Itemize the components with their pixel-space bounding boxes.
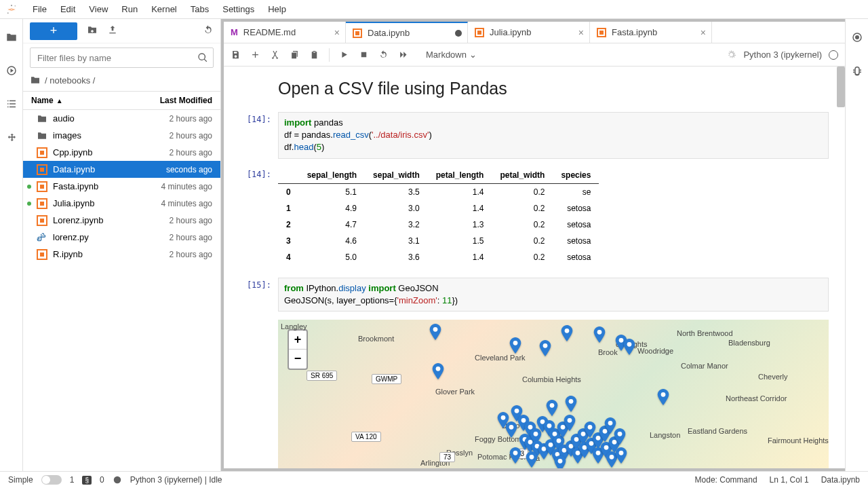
new-folder-icon[interactable] bbox=[87, 24, 98, 37]
map-marker-icon[interactable] bbox=[563, 396, 579, 412]
svg-point-49 bbox=[513, 451, 518, 455]
svg-point-33 bbox=[588, 425, 593, 430]
map-marker-icon[interactable] bbox=[507, 337, 524, 354]
extensions-icon[interactable] bbox=[5, 131, 18, 145]
input-prompt: [15]: bbox=[240, 278, 278, 312]
map-marker-icon[interactable] bbox=[507, 447, 524, 464]
tab-Julia-ipynb[interactable]: Julia.ipynb× bbox=[468, 22, 590, 43]
tab-Fasta-ipynb[interactable]: Fasta.ipynb× bbox=[590, 22, 712, 43]
breadcrumb[interactable]: / notebooks / bbox=[23, 72, 220, 91]
map-road-label: SR 695 bbox=[307, 371, 337, 381]
file-row[interactable]: lorenz.py2 hours ago bbox=[23, 229, 220, 246]
status-bar: Simple 1 § 0 Python 3 (ipykernel) | Idle… bbox=[0, 471, 868, 488]
map-place-label: Eastland Gardens bbox=[688, 427, 747, 435]
menu-settings[interactable]: Settings bbox=[216, 1, 261, 17]
close-icon[interactable]: × bbox=[334, 27, 340, 38]
map-marker-icon[interactable] bbox=[559, 325, 575, 341]
file-row[interactable]: Fasta.ipynb4 minutes ago bbox=[23, 178, 220, 195]
new-launcher-button[interactable]: + bbox=[30, 22, 77, 40]
property-inspector-icon[interactable] bbox=[851, 31, 863, 45]
simple-mode-label: Simple bbox=[8, 475, 33, 485]
refresh-icon[interactable] bbox=[203, 24, 214, 37]
svg-point-25 bbox=[557, 438, 561, 443]
menu-file[interactable]: File bbox=[26, 1, 54, 17]
svg-point-3 bbox=[433, 327, 438, 332]
stop-icon[interactable] bbox=[359, 50, 369, 60]
map-place-label: Brookmont bbox=[358, 335, 394, 343]
map-marker-icon[interactable] bbox=[544, 400, 560, 416]
file-row[interactable]: audio2 hours ago bbox=[23, 110, 220, 127]
code-cell[interactable]: import pandasdf = pandas.read_csv('../da… bbox=[278, 112, 829, 159]
tab-Data-ipynb[interactable]: Data.ipynb bbox=[346, 22, 468, 43]
file-row[interactable]: images2 hours ago bbox=[23, 127, 220, 144]
file-row[interactable]: R.ipynb2 hours ago bbox=[23, 246, 220, 263]
cursor-position: Ln 1, Col 1 bbox=[770, 475, 809, 485]
menu-help[interactable]: Help bbox=[261, 1, 293, 17]
jupyter-logo-icon[interactable] bbox=[3, 1, 20, 18]
running-icon[interactable] bbox=[5, 64, 18, 79]
folder-icon[interactable] bbox=[5, 31, 18, 45]
zoom-out-button[interactable]: − bbox=[289, 350, 307, 369]
map-place-label: Northeast Corridor bbox=[726, 394, 787, 402]
restart-icon[interactable] bbox=[378, 50, 389, 60]
kernel-status-icon[interactable] bbox=[829, 50, 838, 60]
kernel-status[interactable]: Python 3 (ipykernel) | Idle bbox=[130, 475, 222, 485]
dirty-indicator-icon bbox=[455, 30, 462, 37]
gear-icon[interactable] bbox=[726, 50, 736, 60]
close-icon[interactable]: × bbox=[578, 27, 584, 38]
kernel-name[interactable]: Python 3 (ipykernel) bbox=[743, 50, 822, 60]
kernels-count[interactable]: 0 bbox=[100, 475, 104, 485]
file-row[interactable]: Cpp.ipynb2 hours ago bbox=[23, 144, 220, 161]
menu-edit[interactable]: Edit bbox=[54, 1, 82, 17]
run-icon[interactable] bbox=[339, 50, 349, 60]
map-marker-icon[interactable] bbox=[430, 363, 446, 379]
map-marker-icon[interactable] bbox=[621, 339, 637, 355]
toc-icon[interactable] bbox=[5, 98, 18, 112]
paste-icon[interactable] bbox=[309, 50, 319, 60]
cut-icon[interactable] bbox=[270, 50, 280, 60]
notebook-body[interactable]: Open a CSV file using Pandas [14]: impor… bbox=[224, 67, 845, 468]
map-marker-icon[interactable] bbox=[591, 326, 608, 343]
menu-run[interactable]: Run bbox=[115, 1, 144, 17]
zoom-in-button[interactable]: + bbox=[289, 331, 307, 350]
copy-icon[interactable] bbox=[290, 50, 300, 60]
file-browser: + / notebooks / Name ▲ Last Modified aud… bbox=[23, 19, 221, 471]
map-marker-icon[interactable] bbox=[612, 428, 628, 445]
svg-point-7 bbox=[597, 330, 602, 335]
close-icon[interactable]: × bbox=[701, 27, 706, 38]
run-all-icon[interactable] bbox=[398, 50, 408, 60]
map-marker-icon[interactable] bbox=[613, 447, 629, 464]
debugger-icon[interactable] bbox=[851, 64, 863, 79]
celltype-select[interactable]: Markdown⌄ bbox=[422, 48, 481, 61]
map-place-label: North Brentwood bbox=[677, 329, 733, 337]
svg-point-27 bbox=[568, 418, 572, 423]
map-marker-icon[interactable] bbox=[655, 389, 671, 405]
file-row[interactable]: Lorenz.ipynb2 hours ago bbox=[23, 212, 220, 229]
scrollbar[interactable] bbox=[837, 67, 845, 107]
simple-mode-toggle[interactable] bbox=[41, 475, 62, 485]
file-list-header[interactable]: Name ▲ Last Modified bbox=[23, 91, 220, 110]
map-marker-icon[interactable] bbox=[552, 455, 568, 468]
map-output[interactable]: + − LangleyBrookmontCleveland ParkColumb… bbox=[278, 320, 829, 468]
map-marker-icon[interactable] bbox=[537, 340, 553, 356]
file-row[interactable]: Data.ipynbseconds ago bbox=[23, 161, 220, 178]
add-cell-icon[interactable] bbox=[250, 50, 260, 60]
svg-point-20 bbox=[547, 424, 552, 428]
terminals-count[interactable]: 1 bbox=[70, 475, 75, 485]
svg-point-1 bbox=[7, 12, 9, 14]
filter-input[interactable] bbox=[30, 48, 214, 68]
breadcrumb-path: / notebooks / bbox=[45, 75, 95, 86]
map-marker-icon[interactable] bbox=[524, 451, 540, 468]
menu-view[interactable]: View bbox=[82, 1, 115, 17]
save-icon[interactable] bbox=[231, 50, 241, 60]
menu-tabs[interactable]: Tabs bbox=[184, 1, 216, 17]
main-menu-bar: FileEditViewRunKernelTabsSettingsHelp bbox=[0, 0, 868, 19]
right-activity-bar bbox=[845, 19, 868, 471]
tab-README-md[interactable]: MREADME.md× bbox=[224, 22, 346, 43]
code-cell[interactable]: from IPython.display import GeoJSONGeoJS… bbox=[278, 278, 829, 312]
file-row[interactable]: Julia.ipynb4 minutes ago bbox=[23, 195, 220, 212]
left-activity-bar bbox=[0, 19, 23, 471]
upload-icon[interactable] bbox=[107, 24, 118, 37]
map-marker-icon[interactable] bbox=[427, 324, 443, 340]
menu-kernel[interactable]: Kernel bbox=[144, 1, 184, 17]
